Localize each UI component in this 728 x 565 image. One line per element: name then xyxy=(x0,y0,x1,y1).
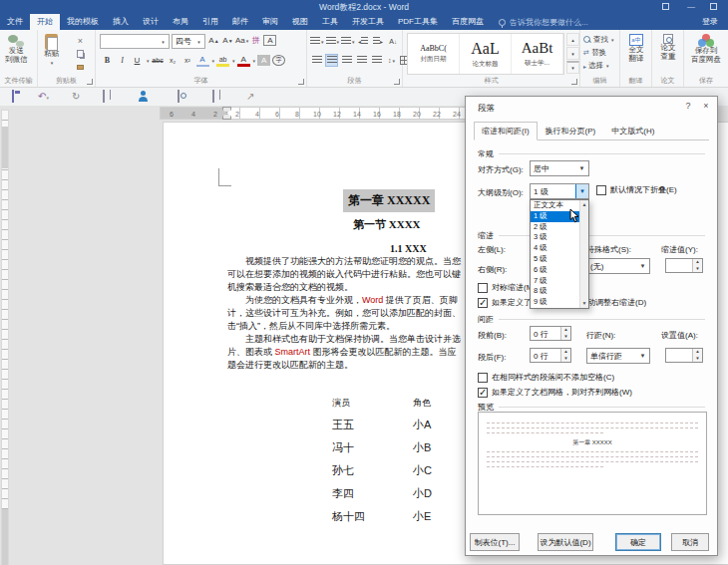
spin-down-icon[interactable]: ▼ xyxy=(561,334,570,341)
align-center-button[interactable] xyxy=(325,54,338,67)
at-spinner[interactable]: ▲▼ xyxy=(665,348,703,363)
paste-button[interactable]: 粘贴 ▾ xyxy=(44,34,59,67)
tab-design[interactable]: 设计 xyxy=(136,14,166,30)
tab-mailings[interactable]: 邮件 xyxy=(225,14,255,30)
outline-level-combo[interactable]: 1 级▼ xyxy=(530,183,589,199)
redo-icon[interactable]: ↻ xyxy=(72,91,80,102)
tab-home[interactable]: 开始 xyxy=(30,14,60,30)
space-before-spinner[interactable]: 0 行 ▲▼ xyxy=(530,326,571,341)
numbering-button[interactable]: ▾ xyxy=(326,35,340,48)
save-to-netdisk-button[interactable]: 保存到 百度网盘 xyxy=(686,34,726,64)
tab-review[interactable]: 审阅 xyxy=(255,14,285,30)
styles-scroll-down-icon[interactable]: ▾ xyxy=(566,47,579,60)
increase-indent-button[interactable]: ▸ xyxy=(372,35,385,48)
multilevel-list-button[interactable]: ▾ xyxy=(341,35,355,48)
close-icon[interactable]: × xyxy=(699,101,713,111)
bold-button[interactable]: B xyxy=(101,54,114,67)
indent-by-spinner[interactable]: ▲▼ xyxy=(665,258,703,273)
space-after-spinner[interactable]: 0 行 ▲▼ xyxy=(530,348,571,363)
cancel-button[interactable]: 取消 xyxy=(671,533,709,551)
print-icon[interactable] xyxy=(212,91,214,102)
italic-button[interactable]: I xyxy=(116,54,129,67)
underline-button[interactable]: U xyxy=(131,54,144,67)
font-color-button[interactable]: A xyxy=(237,55,250,67)
dropdown-item-level3[interactable]: 3 级 xyxy=(531,232,579,243)
tabs-button[interactable]: 制表位(T)... xyxy=(470,533,520,551)
distribute-button[interactable] xyxy=(370,54,383,67)
change-case-button[interactable]: Aa▾ xyxy=(235,34,248,47)
cut-icon[interactable]: × xyxy=(74,36,87,46)
font-name-combo[interactable]: ▾ xyxy=(100,34,170,49)
find-button[interactable]: 查找▾ xyxy=(583,35,614,45)
tab-indents-spacing[interactable]: 缩进和间距(I) xyxy=(474,122,538,141)
font-dialog-launcher[interactable] xyxy=(298,79,304,85)
phonetic-guide-button[interactable]: 拼 xyxy=(249,34,262,47)
tab-pdf-tools[interactable]: PDF工具集 xyxy=(391,14,445,30)
text-effects-button[interactable]: A xyxy=(196,55,209,67)
paper-check-button[interactable]: 论文 查重 xyxy=(654,34,682,61)
tab-file[interactable]: 文件 xyxy=(0,14,30,30)
character-shading-button[interactable]: A xyxy=(257,55,270,66)
dropdown-item-level9[interactable]: 9 级 xyxy=(531,297,579,308)
send-to-wechat-button[interactable]: 发送 到微信 xyxy=(5,35,28,64)
share-icon[interactable]: ↗ xyxy=(246,91,254,102)
enclose-characters-button[interactable]: 字 xyxy=(272,55,285,66)
scroll-down-icon[interactable]: ▼ xyxy=(580,299,588,308)
spin-down-icon[interactable]: ▼ xyxy=(693,356,702,363)
dropdown-item-level2[interactable]: 2 级 xyxy=(531,222,579,233)
chapter-heading[interactable]: 第一章 XXXXX xyxy=(343,189,435,212)
undo-icon[interactable]: ↶▾ xyxy=(38,91,49,104)
tab-insert[interactable]: 插入 xyxy=(106,14,136,30)
style-cover-date[interactable]: AaBbC( 封面日期 xyxy=(408,34,460,74)
line-spacing-button[interactable]: ↕▾ xyxy=(385,54,398,67)
maximize-icon[interactable] xyxy=(710,2,720,12)
tab-baidu-netdisk[interactable]: 百度网盘 xyxy=(445,14,491,30)
snap-to-grid-checkbox[interactable]: 如果定义了文档网格，则对齐到网格(W) xyxy=(478,387,632,398)
format-painter-icon[interactable] xyxy=(74,62,87,72)
tab-my-templates[interactable]: 我的模板 xyxy=(60,14,106,30)
dropdown-item-level6[interactable]: 6 级 xyxy=(531,265,579,276)
select-button[interactable]: ▸选择▾ xyxy=(583,61,614,71)
save-icon[interactable] xyxy=(12,91,14,102)
tab-developer[interactable]: 开发工具 xyxy=(345,14,391,30)
dropdown-item-level8[interactable]: 8 级 xyxy=(531,286,579,297)
spin-down-icon[interactable]: ▼ xyxy=(693,266,702,273)
superscript-button[interactable]: x² xyxy=(182,54,194,67)
highlight-color-button[interactable]: ab xyxy=(216,55,229,67)
shrink-font-button[interactable]: A▼ xyxy=(221,34,234,47)
font-size-combo[interactable]: 四号▾ xyxy=(172,34,205,49)
character-border-button[interactable]: A xyxy=(263,35,276,46)
paragraph-dialog-launcher[interactable] xyxy=(394,79,400,85)
replace-button[interactable]: ⇄替换 xyxy=(583,48,614,58)
sign-in-button[interactable]: 登录 xyxy=(702,14,718,30)
vertical-ruler[interactable] xyxy=(1,110,9,565)
set-default-button[interactable]: 设为默认值(D) xyxy=(538,533,593,551)
subscript-button[interactable]: x₂ xyxy=(167,54,180,67)
copy-icon[interactable] xyxy=(74,49,87,59)
sub-heading[interactable]: 1.1 XXX xyxy=(390,243,427,254)
collapsed-by-default-checkbox[interactable]: 默认情况下折叠(E) xyxy=(596,184,677,195)
style-masters[interactable]: AaBt 硕士学... xyxy=(512,34,563,74)
dropdown-item-level5[interactable]: 5 级 xyxy=(531,254,579,265)
ok-button[interactable]: 确定 xyxy=(615,533,661,551)
ribbon-options-icon[interactable] xyxy=(662,2,672,12)
dropdown-item-level4[interactable]: 4 级 xyxy=(531,243,579,254)
tab-tools[interactable]: 工具 xyxy=(315,14,345,30)
special-combo[interactable]: (无)▼ xyxy=(586,258,650,274)
tab-references[interactable]: 引用 xyxy=(195,14,225,30)
alignment-combo[interactable]: 居中▼ xyxy=(530,160,589,176)
styles-dialog-launcher[interactable] xyxy=(571,79,577,85)
styles-scroll-up-icon[interactable]: ▴ xyxy=(566,33,579,46)
tab-asian-typography[interactable]: 中文版式(H) xyxy=(603,122,662,141)
style-paper-title[interactable]: AaL 论文标题 xyxy=(460,34,512,74)
no-space-same-style-checkbox[interactable]: 在相同样式的段落间不添加空格(C) xyxy=(478,372,614,383)
justify-button[interactable] xyxy=(355,54,368,67)
align-left-button[interactable] xyxy=(310,54,323,67)
tell-me-box[interactable]: 告诉我你想要做什么... xyxy=(491,14,596,30)
two-page-view-icon[interactable] xyxy=(103,91,105,102)
help-button[interactable]: ? xyxy=(681,101,695,111)
strikethrough-button[interactable]: abc xyxy=(152,54,165,67)
section-heading[interactable]: 第一节 XXXX xyxy=(353,217,421,232)
bullets-button[interactable]: ▾ xyxy=(310,35,324,48)
decrease-indent-button[interactable]: ◂ xyxy=(357,35,370,48)
